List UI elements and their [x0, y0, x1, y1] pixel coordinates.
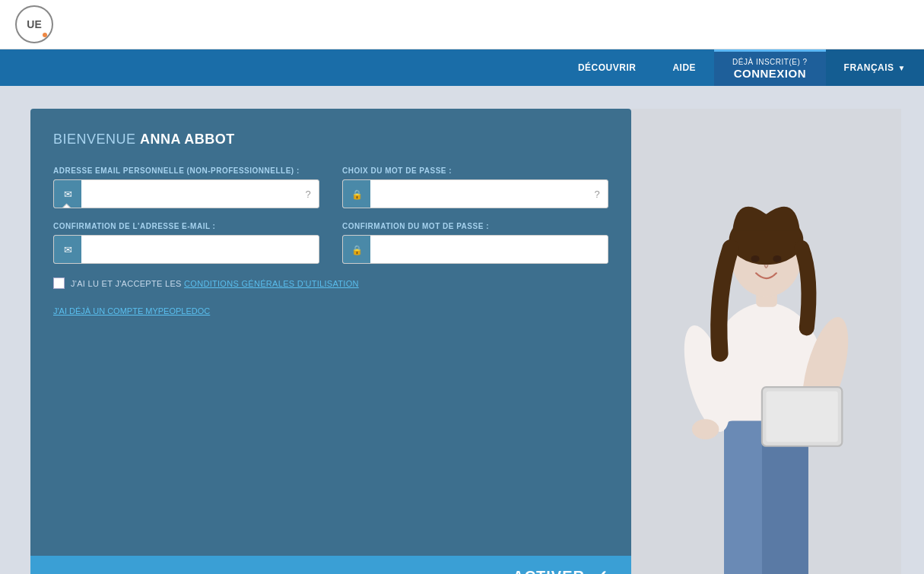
lang-dropdown-arrow: ▼	[898, 64, 906, 72]
svg-point-11	[751, 255, 760, 262]
main-content: BIENVENUE ANNA ABBOT ADRESSE EMAIL PERSO…	[0, 86, 924, 574]
person-illustration	[631, 109, 901, 574]
email-confirm-icon	[54, 236, 81, 263]
terms-link[interactable]: CONDITIONS GÉNÉRALES D'UTILISATION	[184, 279, 359, 288]
already-account-link[interactable]: J'AI DÉJÀ UN COMPTE MYPEOPLEDOC	[53, 306, 210, 316]
password-confirm-label: CONFIRMATION DU MOT DE PASSE :	[342, 222, 608, 230]
checkmark-icon: ✓	[594, 567, 608, 574]
terms-row: J'AI LU ET J'ACCEPTE LES CONDITIONS GÉNÉ…	[53, 277, 608, 289]
password-input-wrapper	[342, 179, 608, 208]
form-footer[interactable]: ACTIVER ✓	[30, 556, 631, 574]
password-confirm-group: CONFIRMATION DU MOT DE PASSE :	[342, 222, 608, 264]
terms-checkbox[interactable]	[53, 277, 65, 289]
password-group: CHOIX DU MOT DE PASSE :	[342, 166, 608, 208]
password-icon	[343, 180, 370, 208]
activate-button[interactable]: ACTIVER ✓	[513, 567, 608, 574]
nav-langue[interactable]: FRANÇAIS ▼	[826, 49, 924, 86]
navigation: DÉCOUVRIR AIDE DÉJÀ INSCRIT(E) ? CONNEXI…	[0, 49, 924, 86]
email-input-wrapper: Renseignez votre adresse email personnel…	[53, 179, 319, 208]
registration-card: BIENVENUE ANNA ABBOT ADRESSE EMAIL PERSO…	[30, 109, 631, 574]
form-row-1: ADRESSE EMAIL PERSONNELLE (NON-PROFESSIO…	[53, 166, 608, 208]
form-row-2: CONFIRMATION DE L'ADRESSE E-MAIL : CONFI…	[53, 222, 608, 264]
email-label: ADRESSE EMAIL PERSONNELLE (NON-PROFESSIO…	[53, 166, 319, 175]
email-confirm-input-wrapper	[53, 235, 319, 264]
password-label: CHOIX DU MOT DE PASSE :	[342, 166, 608, 175]
logo-text: UE	[27, 18, 41, 30]
email-input[interactable]	[81, 180, 297, 208]
email-confirm-group: CONFIRMATION DE L'ADRESSE E-MAIL :	[53, 222, 319, 264]
logo-dot	[43, 33, 47, 37]
password-help-icon[interactable]	[586, 180, 608, 208]
header: UE	[0, 0, 924, 49]
email-confirm-input[interactable]	[81, 236, 319, 263]
email-confirm-label: CONFIRMATION DE L'ADRESSE E-MAIL :	[53, 222, 319, 230]
svg-point-12	[773, 255, 781, 262]
form-body: BIENVENUE ANNA ABBOT ADRESSE EMAIL PERSO…	[30, 109, 631, 556]
password-confirm-icon	[343, 236, 370, 263]
nav-decouvrir[interactable]: DÉCOUVRIR	[560, 49, 655, 86]
password-input[interactable]	[370, 180, 586, 208]
welcome-title: BIENVENUE ANNA ABBOT	[53, 132, 608, 147]
email-group: ADRESSE EMAIL PERSONNELLE (NON-PROFESSIO…	[53, 166, 319, 208]
password-confirm-input-wrapper	[342, 235, 608, 264]
svg-point-13	[692, 419, 719, 439]
nav-connexion[interactable]: DÉJÀ INSCRIT(E) ? CONNEXION	[714, 49, 826, 86]
email-help-icon[interactable]	[297, 180, 319, 208]
nav-aide[interactable]: AIDE	[654, 49, 714, 86]
terms-text: J'AI LU ET J'ACCEPTE LES CONDITIONS GÉNÉ…	[71, 279, 359, 288]
email-icon	[54, 180, 81, 208]
svg-rect-7	[767, 392, 838, 442]
side-image	[631, 109, 901, 574]
password-confirm-input[interactable]	[370, 236, 608, 263]
logo: UE	[15, 5, 53, 43]
